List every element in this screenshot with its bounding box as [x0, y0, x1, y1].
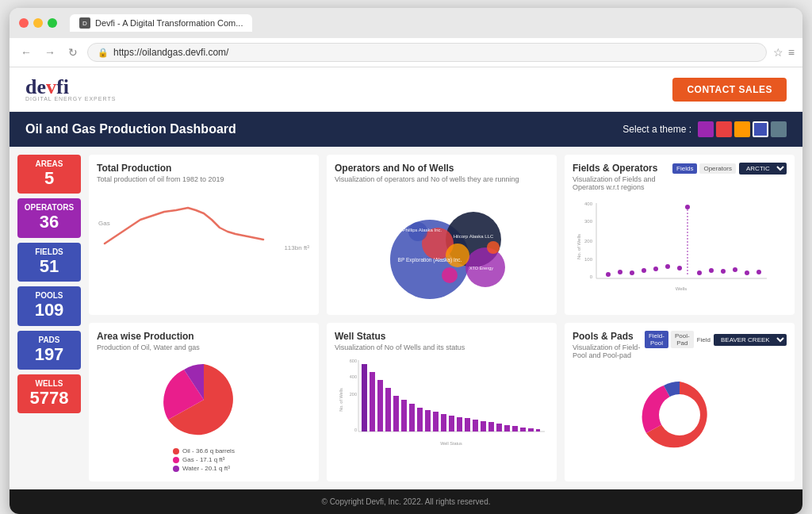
theme-swatch-orange[interactable] [734, 121, 750, 137]
window-controls [19, 18, 57, 28]
total-production-title: Total Production [97, 163, 311, 174]
total-production-chart: Gas 113bn ft³ [97, 188, 311, 267]
stat-card-fields: Fields 51 [17, 243, 81, 282]
site-header: devfi DIGITAL ENERGY EXPERTS CONTACT SAL… [10, 67, 802, 112]
theme-swatch-purple[interactable] [698, 121, 714, 137]
svg-text:300: 300 [584, 219, 593, 224]
svg-text:0: 0 [354, 428, 357, 432]
footer-text: © Copyright Devfi, Inc. 2022. All rights… [321, 497, 490, 506]
stat-value-areas: 5 [24, 168, 75, 189]
svg-text:Hilcorp Alaska LLC: Hilcorp Alaska LLC [454, 234, 494, 239]
operators-chart: ConocoPhillips Alaska Inc. Hilcorp Alask… [335, 188, 549, 307]
maximize-button[interactable] [48, 18, 57, 28]
stat-card-pads: Pads 197 [17, 331, 81, 370]
svg-text:No. of Wells: No. of Wells [339, 388, 343, 412]
svg-rect-63 [512, 426, 518, 432]
theme-swatch-red[interactable] [716, 121, 732, 137]
svg-text:200: 200 [584, 239, 593, 244]
svg-rect-48 [393, 396, 399, 432]
fields-operators-tabs: Fields Operators [672, 163, 736, 174]
stat-card-wells: Wells 5778 [17, 374, 81, 413]
stat-label-pools: Pools [24, 291, 75, 300]
operators-title: Operators and No of Wells [335, 163, 549, 174]
tab-operators[interactable]: Operators [699, 163, 736, 174]
legend-water: Water - 20.1 q ft³ [173, 465, 235, 472]
area-production-panel: Area wise Production Production of Oil, … [89, 323, 319, 481]
pie-chart-svg [148, 356, 259, 443]
tab-fields[interactable]: Fields [672, 163, 697, 174]
svg-point-26 [665, 264, 670, 269]
svg-rect-60 [488, 422, 494, 432]
refresh-button[interactable]: ↻ [65, 44, 81, 60]
address-bar[interactable]: 🔒 https://oilandgas.devfi.com/ [87, 43, 767, 62]
back-button[interactable]: ← [17, 44, 35, 60]
svg-text:400: 400 [584, 201, 593, 206]
svg-point-27 [677, 266, 682, 270]
arctic-dropdown[interactable]: ARCTIC [739, 163, 787, 175]
legend-label-gas: Gas - 17.1 q ft³ [182, 456, 224, 463]
stat-value-wells: 5778 [24, 388, 75, 409]
pools-pads-title: Pools & Pads [573, 331, 645, 342]
svg-rect-51 [417, 408, 423, 432]
total-production-panel: Total Production Total production of oil… [89, 155, 319, 315]
svg-point-6 [442, 267, 458, 283]
tab-pool-pad[interactable]: Pool-Pad [671, 331, 694, 348]
theme-swatch-gray[interactable] [771, 121, 787, 137]
area-production-subtitle: Production of Oil, Water and gas [97, 343, 311, 351]
svg-rect-47 [385, 388, 391, 432]
svg-text:ConocoPhillips Alaska Inc.: ConocoPhillips Alaska Inc. [386, 228, 442, 232]
svg-point-30 [709, 268, 714, 273]
bookmark-icon[interactable]: ☆ [773, 46, 783, 59]
operators-subtitle: Visualization of operators and No of wel… [335, 175, 549, 183]
dashboard-header: Oil and Gas Production Dashboard Select … [10, 112, 802, 147]
minimize-button[interactable] [33, 18, 43, 28]
svg-rect-56 [457, 417, 462, 432]
stat-card-operators: Operators 36 [17, 198, 81, 237]
bar-chart-svg: 600 400 200 0 No. of Wells Well Status [335, 356, 549, 451]
svg-rect-57 [465, 418, 470, 432]
fields-operators-controls: Fields Operators ARCTIC [672, 163, 787, 175]
website: devfi DIGITAL ENERGY EXPERTS CONTACT SAL… [10, 67, 802, 514]
line-label-left: Gas [98, 220, 110, 227]
beaver-creek-dropdown[interactable]: BEAVER CREEK [714, 334, 787, 346]
legend-dot-water [173, 466, 179, 472]
pools-pads-controls: Field-Pool Pool-Pad Field BEAVER CREEK [645, 331, 787, 348]
url-text: https://oilandgas.devfi.com/ [113, 47, 228, 58]
svg-point-32 [733, 267, 737, 272]
svg-text:Wells: Wells [676, 286, 688, 291]
svg-point-7 [487, 241, 500, 254]
stat-label-areas: Areas [24, 159, 75, 168]
svg-text:100: 100 [584, 257, 593, 262]
stat-value-fields: 51 [24, 256, 75, 277]
browser-tab[interactable]: D Devfi - A Digital Transformation Com..… [70, 14, 252, 32]
legend-label-oil: Oil - 36.6 q barrels [182, 447, 235, 455]
well-status-subtitle: Visualization of No of Wells and its sta… [335, 343, 549, 351]
svg-point-25 [653, 267, 658, 271]
legend-dot-oil [173, 448, 179, 455]
menu-icon[interactable]: ≡ [788, 46, 795, 59]
close-button[interactable] [19, 18, 29, 28]
theme-swatch-blue[interactable] [753, 121, 768, 137]
svg-point-22 [618, 270, 622, 274]
svg-point-21 [606, 272, 611, 277]
fields-operators-subtitle: Visualization of Fields and Operators w.… [573, 175, 672, 191]
svg-rect-59 [481, 421, 486, 432]
pools-pads-tabs: Field-Pool Pool-Pad [645, 331, 694, 348]
svg-rect-54 [441, 414, 446, 432]
tab-favicon: D [79, 17, 90, 29]
stat-label-wells: Wells [24, 379, 75, 388]
tab-title: Devfi - A Digital Transformation Com... [95, 18, 243, 28]
svg-text:0: 0 [590, 274, 593, 279]
scatter-chart-svg: 400 300 200 100 0 No. of Wells Wells [573, 199, 771, 294]
legend-dot-gas [173, 457, 179, 463]
stat-value-operators: 36 [24, 212, 75, 232]
forward-button[interactable]: → [41, 44, 59, 60]
browser-window: D Devfi - A Digital Transformation Com..… [10, 8, 802, 514]
tab-field-pool[interactable]: Field-Pool [645, 331, 668, 348]
svg-rect-55 [449, 416, 454, 432]
svg-rect-64 [520, 428, 526, 432]
svg-rect-46 [377, 380, 383, 432]
line-chart-svg [97, 188, 271, 259]
well-status-panel: Well Status Visualization of No of Wells… [327, 323, 557, 481]
contact-sales-button[interactable]: CONTACT SALES [672, 78, 787, 102]
